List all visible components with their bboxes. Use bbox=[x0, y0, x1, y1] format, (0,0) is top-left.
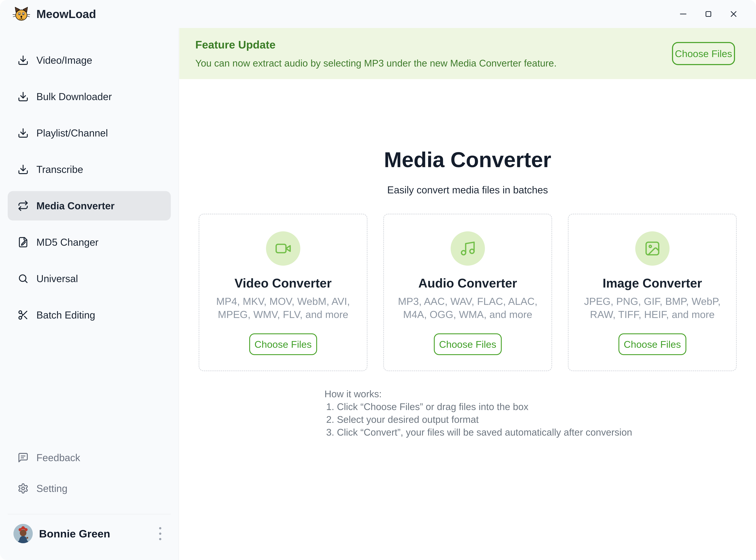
video-camera-icon bbox=[275, 240, 292, 257]
sidebar-item-playlist-channel[interactable]: Playlist/Channel bbox=[8, 118, 171, 148]
close-icon[interactable] bbox=[729, 9, 738, 19]
comment-icon bbox=[18, 452, 29, 463]
app-window: MeowLoad Video/Image Bulk Downloader bbox=[0, 0, 756, 560]
sidebar-item-label: Video/Image bbox=[36, 55, 92, 66]
image-icon-circle bbox=[635, 231, 670, 266]
maximize-icon[interactable] bbox=[703, 9, 713, 19]
download-icon bbox=[18, 127, 29, 139]
music-note-icon bbox=[459, 240, 476, 257]
card-title: Video Converter bbox=[235, 276, 332, 291]
download-icon bbox=[18, 55, 29, 66]
how-it-works: How it works: 1. Click “Choose Files” or… bbox=[324, 387, 632, 439]
sidebar-item-bulk-downloader[interactable]: Bulk Downloader bbox=[8, 82, 171, 111]
sidebar-item-media-converter[interactable]: Media Converter bbox=[8, 191, 171, 220]
sidebar-item-setting[interactable]: Setting bbox=[8, 474, 171, 503]
sidebar-footer: Feedback Setting bbox=[8, 443, 171, 504]
cat-logo-icon bbox=[12, 5, 31, 23]
sidebar-nav: Video/Image Bulk Downloader Playlist/Cha… bbox=[8, 45, 171, 337]
video-choose-files-button[interactable]: Choose Files bbox=[249, 333, 317, 355]
app-title: MeowLoad bbox=[36, 7, 96, 21]
sidebar-item-label: Transcribe bbox=[36, 164, 83, 175]
scissors-icon bbox=[18, 309, 29, 321]
card-formats: JPEG, PNG, GIF, BMP, WebP, RAW, TIFF, HE… bbox=[581, 295, 724, 321]
converter-cards: Video Converter MP4, MKV, MOV, WebM, AVI… bbox=[199, 214, 737, 371]
user-name: Bonnie Green bbox=[39, 527, 110, 540]
image-icon bbox=[644, 240, 661, 257]
card-title: Image Converter bbox=[602, 276, 702, 291]
audio-choose-files-button[interactable]: Choose Files bbox=[434, 333, 502, 355]
how-it-works-title: How it works: bbox=[324, 387, 632, 400]
sidebar-item-label: Feedback bbox=[36, 452, 80, 463]
sidebar-item-universal[interactable]: Universal bbox=[8, 264, 171, 293]
audio-converter-card[interactable]: Audio Converter MP3, AAC, WAV, FLAC, ALA… bbox=[383, 214, 552, 371]
audio-icon-circle bbox=[451, 231, 485, 266]
page-subtitle: Easily convert media files in batches bbox=[179, 184, 756, 196]
search-icon bbox=[18, 273, 29, 284]
sidebar-item-batch-editing[interactable]: Batch Editing bbox=[8, 300, 171, 330]
kebab-menu-icon[interactable] bbox=[157, 525, 163, 542]
image-converter-card[interactable]: Image Converter JPEG, PNG, GIF, BMP, Web… bbox=[568, 214, 737, 371]
window-controls bbox=[678, 9, 756, 19]
sidebar-item-label: Setting bbox=[36, 483, 67, 494]
user-row[interactable]: Bonnie Green bbox=[8, 524, 171, 543]
sidebar-divider bbox=[8, 514, 171, 514]
sidebar-item-label: Playlist/Channel bbox=[36, 127, 108, 139]
video-converter-card[interactable]: Video Converter MP4, MKV, MOV, WebM, AVI… bbox=[199, 214, 367, 371]
main-area: Feature Update You can now extract audio… bbox=[179, 28, 756, 560]
file-pen-icon bbox=[18, 237, 29, 248]
sidebar-item-label: MD5 Changer bbox=[36, 236, 99, 248]
titlebar: MeowLoad bbox=[0, 0, 756, 28]
video-icon-circle bbox=[266, 231, 300, 266]
sidebar-item-label: Batch Editing bbox=[36, 309, 95, 321]
card-formats: MP3, AAC, WAV, FLAC, ALAC, M4A, OGG, WMA… bbox=[396, 295, 539, 321]
banner-choose-files-button[interactable]: Choose Files bbox=[672, 42, 735, 65]
how-it-works-step: 2. Select your desired output format bbox=[324, 413, 632, 426]
minimize-icon[interactable] bbox=[678, 9, 688, 19]
gear-icon bbox=[18, 483, 29, 494]
download-icon bbox=[18, 164, 29, 175]
card-title: Audio Converter bbox=[418, 276, 517, 291]
sidebar-item-label: Media Converter bbox=[36, 200, 115, 212]
page-title: Media Converter bbox=[179, 147, 756, 172]
sidebar-item-md5-changer[interactable]: MD5 Changer bbox=[8, 227, 171, 257]
sidebar-item-transcribe[interactable]: Transcribe bbox=[8, 155, 171, 184]
download-icon bbox=[18, 91, 29, 102]
card-formats: MP4, MKV, MOV, WebM, AVI, MPEG, WMV, FLV… bbox=[212, 295, 355, 321]
sidebar-item-label: Universal bbox=[36, 273, 78, 284]
sidebar: Video/Image Bulk Downloader Playlist/Cha… bbox=[0, 28, 179, 560]
feature-update-banner: Feature Update You can now extract audio… bbox=[179, 28, 756, 79]
sidebar-item-label: Bulk Downloader bbox=[36, 91, 112, 102]
repeat-icon bbox=[18, 200, 29, 212]
image-choose-files-button[interactable]: Choose Files bbox=[618, 333, 687, 355]
how-it-works-step: 1. Click “Choose Files” or drag files in… bbox=[324, 400, 632, 413]
avatar bbox=[14, 524, 33, 543]
sidebar-item-feedback[interactable]: Feedback bbox=[8, 443, 171, 472]
how-it-works-step: 3. Click “Convert”, your files will be s… bbox=[324, 426, 632, 439]
sidebar-item-video-image[interactable]: Video/Image bbox=[8, 45, 171, 75]
